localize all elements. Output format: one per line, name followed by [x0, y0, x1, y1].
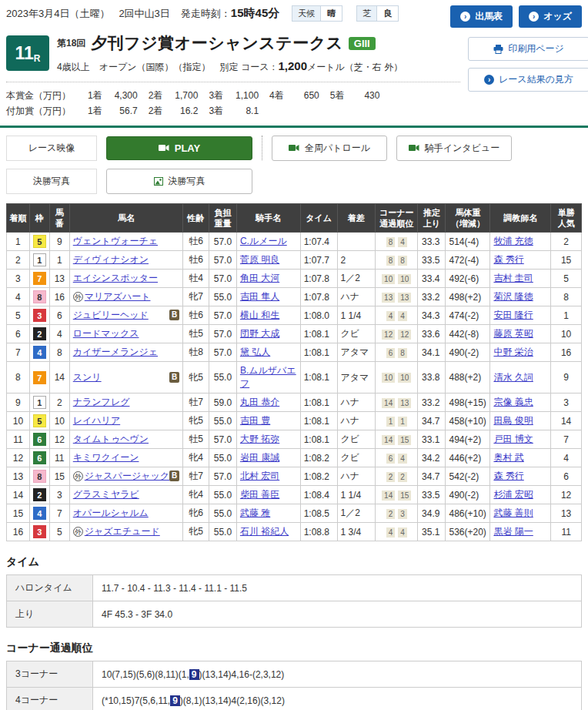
jockey-link[interactable]: 団野 大成	[240, 328, 279, 339]
sex-age: 牡5	[183, 430, 209, 449]
foreign-bred-mark: 外	[73, 292, 83, 302]
jockey-link[interactable]: 岩田 康誠	[240, 452, 279, 463]
prize-amount: 1,700	[162, 88, 198, 103]
jockey-link[interactable]: 横山 和生	[240, 310, 279, 320]
race-result-page: 2023年3月4日（土曜） 2回中山3日 発走時刻：15時45分 天候 晴 芝 …	[0, 0, 588, 710]
horse-number: 9	[49, 233, 69, 251]
margin: 1 3/4	[337, 523, 376, 541]
trainer-cell: 田島 俊明	[490, 412, 551, 430]
prize-place: 1着	[88, 103, 102, 119]
race-number: 11	[15, 43, 34, 64]
result-guide-button[interactable]: › レース結果の見方	[468, 68, 588, 92]
frame-cell: 8	[29, 288, 49, 306]
win-popularity: 6	[551, 467, 582, 486]
sex-age: 牝7	[183, 288, 209, 306]
column-header: 馬名	[69, 203, 182, 233]
horse-name-link[interactable]: レイハリア	[73, 415, 120, 426]
body-weight: 490(-2)	[446, 343, 490, 362]
horse-name-link[interactable]: ナランフレグ	[73, 397, 130, 407]
trainer-cell: 武藤 善則	[490, 504, 551, 523]
horse-name-link[interactable]: 外マリアズハート	[73, 291, 151, 302]
trainer-link[interactable]: 吉村 圭司	[493, 273, 533, 283]
prize-main-values: 1着4,3002着1,7003着1,1004着6505着430	[77, 88, 379, 103]
jockey-link[interactable]: C.ルメール	[240, 236, 287, 246]
start-time-label: 発走時刻：	[181, 8, 231, 19]
trainer-link[interactable]: 菊沢 隆徳	[493, 291, 533, 302]
trainer-link[interactable]: 黒岩 陽一	[493, 526, 533, 537]
horse-name-link[interactable]: カイザーメランジェ	[73, 347, 158, 357]
margin: 1／2	[337, 270, 376, 288]
jockey-link[interactable]: B.ムルザバエフ	[240, 365, 296, 389]
trainer-link[interactable]: 武藤 善則	[493, 507, 533, 518]
horse-name-link[interactable]: スンリ	[73, 372, 102, 383]
margin: クビ	[337, 325, 376, 343]
jockey-link[interactable]: 黛 弘人	[240, 347, 270, 357]
trainer-link[interactable]: 藤原 英昭	[493, 328, 533, 339]
margin: アタマ	[337, 343, 376, 362]
finish-photo-button[interactable]: 決勝写真	[106, 169, 252, 194]
jockey-link[interactable]: 北村 宏司	[240, 471, 279, 481]
trainer-link[interactable]: 清水 久詞	[493, 372, 533, 383]
jockey-link[interactable]: 武藤 雅	[240, 507, 270, 518]
trainer-link[interactable]: 森 秀行	[493, 471, 523, 481]
trainer-link[interactable]: 牧浦 充徳	[493, 236, 533, 246]
horse-name-link[interactable]: 外ジャズエチュード	[73, 526, 160, 537]
jockey-link[interactable]: 吉田 隼人	[240, 291, 279, 302]
corner-position: 10	[382, 274, 395, 284]
odds-button[interactable]: › オッズ	[519, 5, 582, 28]
jockey-link[interactable]: 角田 大河	[240, 273, 279, 283]
patrol-video-button[interactable]: 全周パトロール	[272, 136, 387, 161]
corner-row-label: 4コーナー	[7, 688, 93, 710]
carried-weight: 57.0	[209, 233, 236, 251]
prize-amount: 650	[284, 88, 319, 103]
jockey-cell: 横山 和生	[236, 306, 300, 325]
play-button[interactable]: PLAY	[106, 136, 252, 160]
photo-icon	[154, 177, 163, 186]
win-popularity: 9	[551, 362, 582, 394]
horse-name-link[interactable]: キミワクイーン	[73, 452, 139, 463]
last-3f: 33.2	[418, 394, 446, 412]
jockey-link[interactable]: 大野 拓弥	[240, 434, 279, 444]
body-weight: 474(-2)	[446, 306, 490, 325]
trainer-link[interactable]: 安田 隆行	[493, 310, 533, 320]
trainer-link[interactable]: 森 秀行	[493, 254, 523, 265]
finish-time: 1:08.4	[300, 486, 337, 504]
trainer-link[interactable]: 中野 栄治	[493, 347, 533, 357]
jockey-link[interactable]: 菅原 明良	[240, 254, 279, 265]
trainer-link[interactable]: 宗像 義忠	[493, 397, 533, 407]
horse-name-link[interactable]: ジュビリーヘッド	[73, 310, 149, 320]
win-popularity: 3	[551, 394, 582, 412]
horse-name-link[interactable]: エイシンスポッター	[73, 273, 158, 283]
horse-name-link[interactable]: オパールシャルム	[73, 507, 149, 518]
turf-value: 良	[377, 5, 399, 22]
jockey-link[interactable]: 石川 裕紀人	[240, 526, 289, 537]
horse-name-link[interactable]: タイムトゥヘヴン	[73, 434, 149, 444]
horse-name-link[interactable]: ヴェントヴォーチェ	[73, 236, 158, 246]
jockey-cell: 岩田 康誠	[236, 449, 300, 467]
horse-name-link[interactable]: グラスミヤラビ	[73, 489, 139, 500]
margin: 1 1/4	[337, 306, 376, 325]
frame-cell: 7	[29, 270, 49, 288]
prize-pair: 5着430	[319, 88, 380, 103]
win-popularity: 2	[551, 233, 582, 251]
print-page-button[interactable]: 印刷用ページ	[468, 37, 588, 61]
result-row: 211ディヴィナシオン牡657.0菅原 明良1:07.728833.5472(-…	[7, 251, 582, 270]
horse-name-link[interactable]: 外ジャスパージャック	[73, 471, 169, 481]
horse-name-link[interactable]: ディヴィナシオン	[73, 254, 149, 265]
last-3f: 33.2	[418, 288, 446, 306]
finish-time: 1:08.2	[300, 467, 337, 486]
jockey-link[interactable]: 丸田 恭介	[240, 397, 279, 407]
jockey-link[interactable]: 吉田 豊	[240, 415, 270, 426]
finish-time: 1:08.2	[300, 449, 337, 467]
trainer-link[interactable]: 奥村 武	[493, 452, 523, 463]
trainer-link[interactable]: 田島 俊明	[493, 415, 533, 426]
jockey-link[interactable]: 柴田 善臣	[240, 489, 279, 500]
entries-button[interactable]: › 出馬表	[450, 5, 513, 28]
trainer-link[interactable]: 戸田 博文	[493, 434, 533, 444]
trainer-link[interactable]: 杉浦 宏昭	[493, 489, 533, 500]
horse-name-link[interactable]: ロードマックス	[73, 328, 139, 339]
prize-place: 2着	[149, 88, 163, 103]
jockey-interview-button[interactable]: 騎手インタビュー	[396, 136, 512, 161]
margin: ハナ	[337, 467, 376, 486]
corner-positions: 1313	[376, 288, 418, 306]
